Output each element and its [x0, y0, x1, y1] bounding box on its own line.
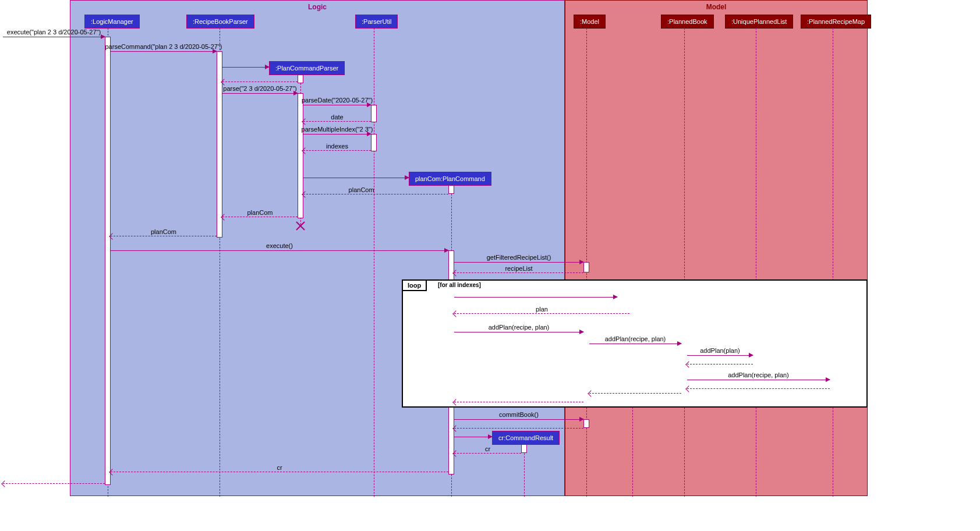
msg-create-plancommand [303, 178, 409, 178]
msg-recipelist-return: recipeList [454, 272, 583, 273]
msg-create-plan [454, 297, 617, 298]
msg-parsecommand: parseCommand("plan 2 3 d/2020-05-27") [111, 51, 217, 52]
msg-getfilteredrecipelist-label: getFilteredRecipeList() [487, 254, 551, 261]
msg-parsecommand-label: parseCommand("plan 2 3 d/2020-05-27") [105, 43, 222, 50]
msg-addplan2: addPlan(recipe, plan) [589, 344, 681, 344]
msg-date-return-label: date [331, 114, 343, 121]
msg-create-plancommandparser [222, 67, 269, 68]
arrow-icon [749, 353, 753, 357]
uniqueplannedlist-lifeline [756, 28, 756, 497]
model-partition-label: Model [706, 3, 727, 11]
msg-plancom-return2-label: planCom [247, 209, 273, 216]
msg-addplan2-return [589, 393, 681, 394]
msg-cr-return2: cr [111, 472, 448, 472]
arrow-icon [579, 330, 584, 334]
msg-cr-return2-label: cr [277, 464, 282, 471]
uniqueplannedlist-head: :UniquePlannedList [725, 15, 793, 29]
msg-execute1: execute("plan 2 3 d/2020-05-27") [3, 37, 105, 37]
msg-plancom-return1-label: planCom [349, 186, 374, 193]
msg-plancom-return2: planCom [222, 217, 298, 217]
arrow-icon [613, 295, 618, 299]
plancommandparser-activation2 [298, 93, 303, 218]
msg-date-return: date [303, 121, 371, 122]
msg-indexes-return: indexes [303, 150, 371, 151]
msg-execute2: execute() [111, 250, 448, 251]
msg-addplan4: addPlan(recipe, plan) [687, 380, 830, 380]
msg-create-commandresult [454, 437, 492, 437]
msg-parse-label: parse("2 3 d/2020-05-27") [223, 85, 296, 92]
arrow-icon [213, 49, 217, 54]
msg-addplan4-label: addPlan(recipe, plan) [728, 371, 789, 378]
msg-plancom-return3: planCom [111, 236, 217, 236]
msg-execute2-label: execute() [266, 242, 293, 249]
msg-commitbook: commitBook() [454, 419, 583, 420]
loop-guard: [for all indexes] [438, 282, 481, 288]
arrow-icon [367, 102, 372, 107]
msg-plan-return-label: plan [536, 306, 548, 313]
msg-plan-return: plan [454, 313, 629, 314]
commandresult-activation [521, 444, 527, 453]
arrow-icon [101, 34, 105, 39]
logicmanager-head: :LogicManager [84, 15, 140, 29]
msg-addplan4-return [687, 388, 830, 389]
msg-indexes-return-label: indexes [326, 143, 348, 150]
msg-getfilteredrecipelist: getFilteredRecipeList() [454, 262, 583, 263]
model-partition: Model [565, 0, 868, 496]
plannedbook-lifeline [684, 28, 685, 497]
msg-plancom-return1: planCom [303, 194, 448, 194]
msg-cr-return: cr [454, 453, 521, 454]
msg-addplan1-label: addPlan(recipe, plan) [489, 324, 550, 331]
model-activation3 [583, 419, 589, 428]
msg-cr-return-label: cr [485, 445, 490, 452]
parserutil-lifeline [374, 28, 374, 497]
model-activation1 [583, 262, 589, 272]
model-head: :Model [574, 15, 606, 29]
msg-addplan3: addPlan(plan) [687, 355, 753, 356]
arrow-icon [488, 434, 493, 439]
plannedbook-head: :PlannedBook [661, 15, 714, 29]
parserutil-head: :ParserUtil [355, 15, 398, 29]
msg-parse: parse("2 3 d/2020-05-27") [222, 93, 298, 94]
arrow-icon [677, 341, 682, 346]
plancommandparser-activation1 [298, 75, 303, 83]
msg-addplan1: addPlan(recipe, plan) [454, 332, 583, 332]
recipebookparser-head: :RecipeBookParser [186, 15, 254, 29]
arrow-icon [826, 377, 830, 382]
logic-partition-label: Logic [308, 3, 327, 11]
recipebookparser-activation [217, 51, 222, 238]
msg-final-return [3, 483, 105, 484]
arrow-icon [293, 91, 298, 95]
parserutil-activation2 [371, 134, 377, 151]
arrow-icon [405, 175, 409, 180]
plancommandparser-destroy-icon [295, 220, 306, 232]
plancommandparser-head: :PlanCommandParser [269, 61, 345, 75]
arrow-icon [444, 248, 449, 253]
msg-commitbook-return [454, 428, 583, 429]
msg-parsedate: parseDate("2020-05-27") [303, 105, 371, 105]
msg-recipelist-return-label: recipeList [505, 265, 532, 272]
loop-tag: loop [403, 281, 427, 291]
msg-addplan3-label: addPlan(plan) [700, 347, 740, 354]
msg-return-plancommandparser [222, 82, 298, 82]
arrow-icon [265, 65, 270, 69]
plancommand-head: planCom:PlanCommand [409, 172, 491, 186]
plancommand-activation1 [448, 185, 454, 194]
msg-parsemultipleindex: parseMultipleIndex("2 3") [303, 134, 371, 134]
plannedrecipemap-lifeline [833, 28, 833, 497]
msg-plancom-return3-label: planCom [151, 228, 176, 235]
msg-addplan1-return [454, 402, 583, 402]
commandresult-head: cr:CommandResult [492, 431, 560, 445]
msg-parsemultipleindex-label: parseMultipleIndex("2 3") [302, 126, 373, 133]
msg-parsedate-label: parseDate("2020-05-27") [302, 97, 373, 104]
logicmanager-activation [105, 37, 111, 485]
arrow-icon [367, 132, 372, 136]
msg-addplan2-label: addPlan(recipe, plan) [605, 335, 666, 342]
arrow-icon [579, 260, 584, 264]
plannedrecipemap-head: :PlannedRecipeMap [801, 15, 871, 29]
msg-addplan3-return [687, 364, 753, 364]
arrow-icon [1, 480, 8, 487]
msg-execute1-label: execute("plan 2 3 d/2020-05-27") [7, 29, 101, 36]
msg-commitbook-label: commitBook() [499, 411, 539, 418]
parserutil-activation1 [371, 105, 377, 122]
arrow-icon [579, 417, 584, 422]
